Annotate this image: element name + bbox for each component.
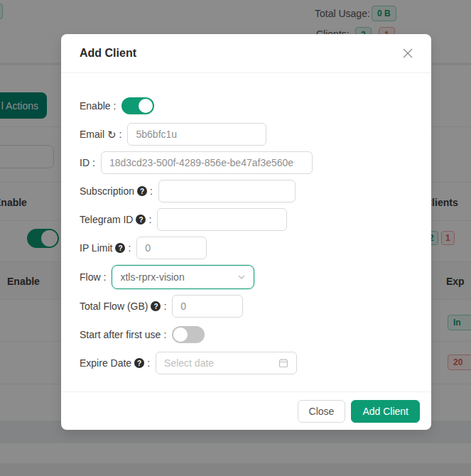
ip-limit-field[interactable] (136, 237, 207, 259)
colon: : (128, 242, 131, 254)
toggle-knob (173, 328, 188, 342)
modal-header: Add Client (61, 34, 431, 73)
add-client-button[interactable]: Add Client (351, 400, 420, 423)
flow-selected-value: xtls-rprx-vision (120, 271, 184, 283)
label-text: Subscription (80, 185, 134, 197)
colon: : (104, 271, 107, 283)
label-text: ID (80, 157, 90, 168)
chevron-down-icon (237, 273, 246, 281)
expire-date-row: Expire Date ?: Select date (80, 352, 414, 374)
subscription-row: Subscription ?: (80, 180, 414, 202)
telegram-row: Telegram ID ?: (80, 208, 414, 231)
help-icon: ? (136, 215, 146, 225)
modal-body: Enable: Email ↻: ID: Subscription (61, 73, 431, 391)
label-text: Telegram ID (80, 214, 133, 225)
label-text: Expire Date (80, 357, 131, 369)
colon: : (114, 100, 117, 112)
start-after-first-use-label: Start after first use: (80, 329, 166, 340)
ip-limit-label: IP Limit ?: (80, 242, 131, 254)
help-icon: ? (151, 301, 161, 311)
uuid-field[interactable] (101, 151, 313, 174)
enable-label: Enable: (80, 100, 116, 112)
colon: : (150, 185, 153, 197)
total-flow-row: Total Flow (GB) ?: (80, 295, 414, 318)
subscription-label: Subscription ?: (80, 185, 153, 197)
date-placeholder: Select date (164, 357, 214, 369)
email-label: Email ↻: (80, 129, 121, 140)
colon: : (163, 301, 166, 312)
regenerate-email-icon[interactable]: ↻ (107, 129, 117, 140)
enable-toggle[interactable] (121, 97, 154, 114)
start-after-first-use-row: Start after first use: (80, 323, 414, 346)
id-label: ID: (80, 157, 95, 168)
subscription-field[interactable] (158, 180, 296, 202)
modal-footer: Close Add Client (61, 391, 431, 430)
colon: : (147, 357, 150, 369)
expire-date-picker[interactable]: Select date (156, 352, 297, 374)
email-field[interactable] (127, 123, 266, 146)
total-flow-label: Total Flow (GB) ?: (80, 301, 166, 312)
label-text: Enable (80, 100, 111, 112)
label-text: Start after first use (80, 329, 161, 340)
colon: : (163, 329, 166, 340)
colon: : (148, 214, 151, 225)
colon: : (119, 129, 122, 140)
expire-date-label: Expire Date ?: (80, 357, 150, 369)
modal-title: Add Client (80, 47, 136, 60)
start-after-first-use-toggle[interactable] (172, 326, 205, 343)
ip-limit-row: IP Limit ?: (80, 237, 414, 259)
toggle-knob (139, 99, 153, 113)
telegram-id-field[interactable] (157, 208, 287, 231)
flow-row: Flow: xtls-rprx-vision (80, 265, 414, 289)
help-icon: ? (134, 358, 144, 368)
close-button[interactable]: Close (298, 400, 346, 423)
help-icon: ? (137, 186, 147, 196)
colon: : (92, 157, 95, 168)
enable-row: Enable: (80, 94, 414, 117)
app-page: Total Usage: 0 B Clients: 2 1 l Actions … (0, 0, 471, 476)
label-text: Flow (80, 271, 101, 283)
id-row: ID: (80, 151, 414, 174)
label-text: IP Limit (80, 242, 112, 254)
email-row: Email ↻: (80, 123, 414, 146)
close-icon[interactable] (403, 48, 414, 59)
flow-label: Flow: (80, 271, 106, 283)
label-text: Total Flow (GB) (80, 301, 148, 312)
calendar-icon (278, 358, 288, 368)
label-text: Email (80, 129, 104, 140)
add-client-modal: Add Client Enable: Email ↻: (61, 34, 431, 430)
flow-select[interactable]: xtls-rprx-vision (112, 265, 254, 289)
telegram-label: Telegram ID ?: (80, 214, 151, 225)
help-icon: ? (115, 243, 125, 253)
total-flow-field[interactable] (172, 295, 243, 318)
